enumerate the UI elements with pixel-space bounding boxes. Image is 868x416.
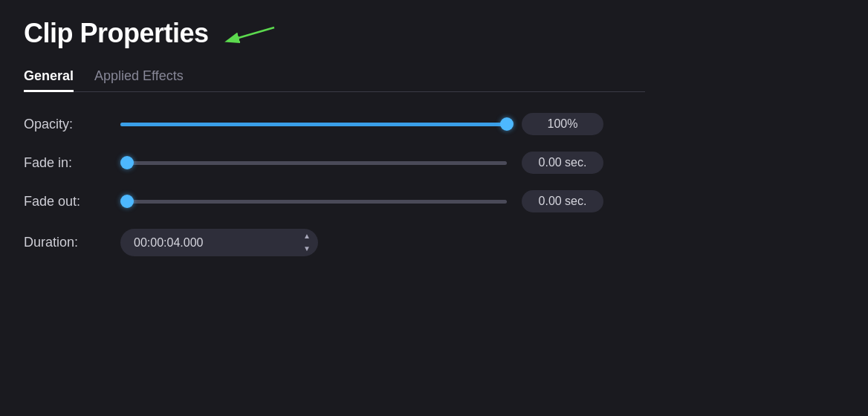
opacity-row: Opacity: 100% <box>24 113 645 135</box>
duration-increment-button[interactable]: ▲ <box>300 230 314 242</box>
fade-out-slider[interactable] <box>120 192 507 210</box>
duration-spinner: ▲ ▼ <box>296 229 318 256</box>
opacity-thumb[interactable] <box>500 117 514 131</box>
fade-in-thumb[interactable] <box>120 156 134 169</box>
opacity-slider[interactable] <box>120 115 507 133</box>
fade-in-slider[interactable] <box>120 154 507 172</box>
duration-input-wrap[interactable]: ▲ ▼ <box>120 229 318 256</box>
fade-out-value: 0.00 sec. <box>522 190 603 212</box>
arrow-icon <box>221 20 280 47</box>
fade-out-track <box>120 200 507 204</box>
fade-out-thumb[interactable] <box>120 195 134 208</box>
fade-in-track <box>120 161 507 165</box>
header-row: Clip Properties <box>24 18 645 49</box>
fade-in-row: Fade in: 0.00 sec. <box>24 152 645 174</box>
duration-decrement-button[interactable]: ▼ <box>300 243 314 255</box>
fade-in-value: 0.00 sec. <box>522 152 603 174</box>
fade-out-row: Fade out: 0.00 sec. <box>24 190 645 212</box>
fade-out-label: Fade out: <box>24 194 106 209</box>
duration-field[interactable] <box>120 230 296 256</box>
opacity-label: Opacity: <box>24 117 106 132</box>
tab-general[interactable]: General <box>24 62 74 92</box>
svg-line-1 <box>228 27 274 41</box>
page-title: Clip Properties <box>24 18 209 49</box>
duration-row: Duration: ▲ ▼ <box>24 229 645 256</box>
arrow-annotation <box>221 20 280 47</box>
opacity-track <box>120 123 507 126</box>
fade-in-label: Fade in: <box>24 155 106 171</box>
properties-list: Opacity: 100% Fade in: 0.00 sec. Fad <box>24 113 645 256</box>
opacity-value: 100% <box>522 113 603 135</box>
tabs-row: General Applied Effects <box>24 62 645 92</box>
clip-properties-panel: Clip Properties General Applied Effects … <box>0 0 669 274</box>
duration-label: Duration: <box>24 235 106 250</box>
opacity-fill <box>120 123 507 126</box>
tab-applied-effects[interactable]: Applied Effects <box>94 62 184 92</box>
